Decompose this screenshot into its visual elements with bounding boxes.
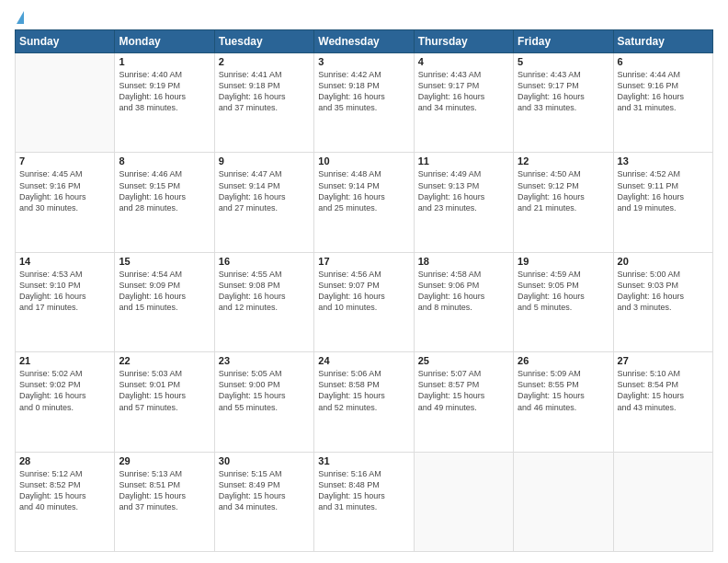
calendar-cell: 30Sunrise: 5:15 AM Sunset: 8:49 PM Dayli… xyxy=(214,452,313,551)
calendar-weekday-header: Thursday xyxy=(414,30,513,53)
day-number: 28 xyxy=(19,455,110,466)
calendar-week-row: 1Sunrise: 4:40 AM Sunset: 9:19 PM Daylig… xyxy=(16,53,713,153)
day-number: 23 xyxy=(219,355,310,366)
day-number: 13 xyxy=(618,155,709,167)
calendar-cell: 18Sunrise: 4:58 AM Sunset: 9:06 PM Dayli… xyxy=(414,252,513,351)
calendar-cell: 19Sunrise: 4:59 AM Sunset: 9:05 PM Dayli… xyxy=(514,252,613,351)
calendar-cell: 29Sunrise: 5:13 AM Sunset: 8:51 PM Dayli… xyxy=(115,452,214,551)
day-number: 3 xyxy=(318,56,409,67)
calendar-cell: 13Sunrise: 4:52 AM Sunset: 9:11 PM Dayli… xyxy=(613,153,712,252)
calendar-cell: 15Sunrise: 4:54 AM Sunset: 9:09 PM Dayli… xyxy=(115,252,214,351)
calendar-cell: 2Sunrise: 4:41 AM Sunset: 9:18 PM Daylig… xyxy=(214,53,313,153)
calendar-cell: 31Sunrise: 5:16 AM Sunset: 8:48 PM Dayli… xyxy=(314,452,414,551)
calendar-cell: 14Sunrise: 4:53 AM Sunset: 9:10 PM Dayli… xyxy=(16,252,115,351)
calendar-cell: 7Sunrise: 4:45 AM Sunset: 9:16 PM Daylig… xyxy=(16,153,115,252)
day-number: 10 xyxy=(318,155,409,167)
day-info: Sunrise: 5:16 AM Sunset: 8:48 PM Dayligh… xyxy=(318,468,409,513)
day-number: 16 xyxy=(219,256,310,267)
day-info: Sunrise: 4:45 AM Sunset: 9:16 PM Dayligh… xyxy=(19,168,110,213)
day-number: 24 xyxy=(318,355,409,366)
day-info: Sunrise: 4:53 AM Sunset: 9:10 PM Dayligh… xyxy=(19,269,110,314)
day-info: Sunrise: 4:40 AM Sunset: 9:19 PM Dayligh… xyxy=(119,69,210,114)
day-info: Sunrise: 4:50 AM Sunset: 9:12 PM Dayligh… xyxy=(518,168,609,213)
logo-triangle-icon xyxy=(17,11,24,24)
calendar-weekday-header: Tuesday xyxy=(214,30,313,53)
day-number: 27 xyxy=(618,355,709,366)
day-info: Sunrise: 4:48 AM Sunset: 9:14 PM Dayligh… xyxy=(318,168,409,213)
day-info: Sunrise: 4:54 AM Sunset: 9:09 PM Dayligh… xyxy=(119,269,210,314)
calendar-cell xyxy=(414,452,513,551)
day-info: Sunrise: 4:56 AM Sunset: 9:07 PM Dayligh… xyxy=(318,269,409,314)
day-info: Sunrise: 4:47 AM Sunset: 9:14 PM Dayligh… xyxy=(219,168,310,213)
day-number: 29 xyxy=(119,455,210,466)
calendar-week-row: 7Sunrise: 4:45 AM Sunset: 9:16 PM Daylig… xyxy=(16,153,713,252)
calendar-cell: 21Sunrise: 5:02 AM Sunset: 9:02 PM Dayli… xyxy=(16,352,115,452)
day-number: 8 xyxy=(119,155,210,167)
day-number: 21 xyxy=(19,355,110,366)
day-number: 19 xyxy=(518,256,609,267)
day-info: Sunrise: 5:12 AM Sunset: 8:52 PM Dayligh… xyxy=(19,468,110,513)
calendar-cell: 23Sunrise: 5:05 AM Sunset: 9:00 PM Dayli… xyxy=(214,352,313,452)
day-info: Sunrise: 4:43 AM Sunset: 9:17 PM Dayligh… xyxy=(518,69,609,114)
calendar-cell: 24Sunrise: 5:06 AM Sunset: 8:58 PM Dayli… xyxy=(314,352,414,452)
day-number: 12 xyxy=(518,155,609,167)
header xyxy=(15,11,713,24)
day-number: 4 xyxy=(418,56,509,67)
calendar-cell xyxy=(16,53,115,153)
day-info: Sunrise: 5:10 AM Sunset: 8:54 PM Dayligh… xyxy=(618,368,709,413)
calendar-cell: 6Sunrise: 4:44 AM Sunset: 9:16 PM Daylig… xyxy=(613,53,712,153)
logo xyxy=(15,11,24,24)
calendar-cell: 12Sunrise: 4:50 AM Sunset: 9:12 PM Dayli… xyxy=(514,153,613,252)
day-number: 14 xyxy=(19,256,110,267)
calendar-cell: 25Sunrise: 5:07 AM Sunset: 8:57 PM Dayli… xyxy=(414,352,513,452)
day-number: 30 xyxy=(219,455,310,466)
day-number: 2 xyxy=(219,56,310,67)
calendar-cell: 26Sunrise: 5:09 AM Sunset: 8:55 PM Dayli… xyxy=(514,352,613,452)
calendar-cell: 20Sunrise: 5:00 AM Sunset: 9:03 PM Dayli… xyxy=(613,252,712,351)
day-info: Sunrise: 4:46 AM Sunset: 9:15 PM Dayligh… xyxy=(119,168,210,213)
day-number: 7 xyxy=(19,155,110,167)
calendar-header-row: SundayMondayTuesdayWednesdayThursdayFrid… xyxy=(16,30,713,53)
calendar-cell: 9Sunrise: 4:47 AM Sunset: 9:14 PM Daylig… xyxy=(214,153,313,252)
day-info: Sunrise: 5:05 AM Sunset: 9:00 PM Dayligh… xyxy=(219,368,310,413)
day-info: Sunrise: 4:42 AM Sunset: 9:18 PM Dayligh… xyxy=(318,69,409,114)
day-info: Sunrise: 4:49 AM Sunset: 9:13 PM Dayligh… xyxy=(418,168,509,213)
day-number: 17 xyxy=(318,256,409,267)
calendar-cell: 27Sunrise: 5:10 AM Sunset: 8:54 PM Dayli… xyxy=(613,352,712,452)
calendar-week-row: 14Sunrise: 4:53 AM Sunset: 9:10 PM Dayli… xyxy=(16,252,713,351)
day-number: 15 xyxy=(119,256,210,267)
day-info: Sunrise: 5:00 AM Sunset: 9:03 PM Dayligh… xyxy=(618,269,709,314)
day-number: 26 xyxy=(518,355,609,366)
day-number: 22 xyxy=(119,355,210,366)
day-info: Sunrise: 4:41 AM Sunset: 9:18 PM Dayligh… xyxy=(219,69,310,114)
day-number: 25 xyxy=(418,355,509,366)
calendar-table: SundayMondayTuesdayWednesdayThursdayFrid… xyxy=(15,29,713,552)
calendar-weekday-header: Monday xyxy=(115,30,214,53)
calendar-weekday-header: Saturday xyxy=(613,30,712,53)
day-info: Sunrise: 4:58 AM Sunset: 9:06 PM Dayligh… xyxy=(418,269,509,314)
calendar-cell xyxy=(613,452,712,551)
day-info: Sunrise: 4:52 AM Sunset: 9:11 PM Dayligh… xyxy=(618,168,709,213)
calendar-week-row: 21Sunrise: 5:02 AM Sunset: 9:02 PM Dayli… xyxy=(16,352,713,452)
day-info: Sunrise: 5:09 AM Sunset: 8:55 PM Dayligh… xyxy=(518,368,609,413)
day-info: Sunrise: 5:06 AM Sunset: 8:58 PM Dayligh… xyxy=(318,368,409,413)
calendar-cell: 3Sunrise: 4:42 AM Sunset: 9:18 PM Daylig… xyxy=(314,53,414,153)
day-info: Sunrise: 5:03 AM Sunset: 9:01 PM Dayligh… xyxy=(119,368,210,413)
day-number: 9 xyxy=(219,155,310,167)
day-number: 31 xyxy=(318,455,409,466)
page: SundayMondayTuesdayWednesdayThursdayFrid… xyxy=(0,0,728,563)
day-info: Sunrise: 4:43 AM Sunset: 9:17 PM Dayligh… xyxy=(418,69,509,114)
day-number: 5 xyxy=(518,56,609,67)
day-info: Sunrise: 5:02 AM Sunset: 9:02 PM Dayligh… xyxy=(19,368,110,413)
calendar-cell: 28Sunrise: 5:12 AM Sunset: 8:52 PM Dayli… xyxy=(16,452,115,551)
calendar-weekday-header: Friday xyxy=(514,30,613,53)
calendar-cell: 22Sunrise: 5:03 AM Sunset: 9:01 PM Dayli… xyxy=(115,352,214,452)
calendar-cell: 16Sunrise: 4:55 AM Sunset: 9:08 PM Dayli… xyxy=(214,252,313,351)
calendar-cell: 5Sunrise: 4:43 AM Sunset: 9:17 PM Daylig… xyxy=(514,53,613,153)
calendar-cell xyxy=(514,452,613,551)
calendar-cell: 11Sunrise: 4:49 AM Sunset: 9:13 PM Dayli… xyxy=(414,153,513,252)
calendar-cell: 10Sunrise: 4:48 AM Sunset: 9:14 PM Dayli… xyxy=(314,153,414,252)
day-number: 20 xyxy=(618,256,709,267)
day-info: Sunrise: 5:13 AM Sunset: 8:51 PM Dayligh… xyxy=(119,468,210,513)
day-info: Sunrise: 4:55 AM Sunset: 9:08 PM Dayligh… xyxy=(219,269,310,314)
